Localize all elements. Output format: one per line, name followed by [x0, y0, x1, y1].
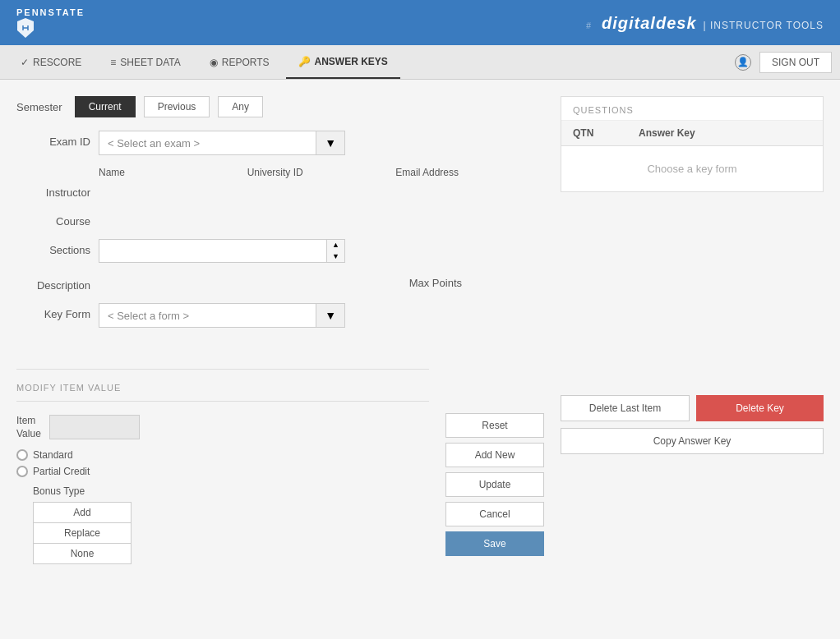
col-university-header: University ID [247, 167, 396, 178]
brand-name: #digitaldesk| INSTRUCTOR TOOLS [579, 12, 824, 34]
partial-credit-radio-option[interactable]: Partial Credit [16, 466, 429, 477]
questions-table-header: QTN Answer Key [561, 121, 823, 146]
reset-button[interactable]: Reset [445, 413, 544, 438]
questions-panel: QUESTIONS QTN Answer Key Choose a key fo… [561, 96, 824, 192]
sections-label: Sections [16, 239, 90, 256]
radio-group: Standard Partial Credit [16, 449, 429, 477]
exam-dropdown-chevron[interactable]: ▼ [316, 131, 344, 154]
semester-current-button[interactable]: Current [75, 96, 136, 117]
exam-id-label: Exam ID [16, 131, 90, 148]
nav-tab-reports[interactable]: ◉ REPORTS [197, 45, 282, 79]
sections-input[interactable] [99, 240, 326, 262]
sections-content: ▲ ▼ [99, 239, 544, 263]
sections-row: Sections ▲ ▼ [16, 239, 544, 263]
questions-body: Choose a key form [561, 146, 823, 191]
max-points-label: Max Points [409, 277, 462, 289]
sign-out-button[interactable]: SIGN OUT [759, 52, 832, 73]
exam-id-row: Exam ID < Select an exam > ▼ [16, 131, 544, 155]
exam-dropdown-text: < Select an exam > [99, 132, 316, 154]
key-icon: 🔑 [298, 56, 311, 67]
divider-modify [16, 401, 429, 402]
semester-label: Semester [16, 101, 62, 113]
key-form-label: Key Form [16, 303, 90, 320]
penn-state-text: PENNSTATE [16, 7, 85, 17]
exam-dropdown[interactable]: < Select an exam > ▼ [99, 131, 345, 155]
exam-id-content: < Select an exam > ▼ [99, 131, 544, 155]
item-value-labels: Item Value [16, 415, 41, 439]
bonus-buttons: Add Replace None [33, 502, 132, 564]
nav-tabs: ✓ RESCORE ≡ SHEET DATA ◉ REPORTS 🔑 ANSWE… [8, 45, 400, 79]
save-button[interactable]: Save [445, 531, 544, 556]
key-form-placeholder: < Select a form > [99, 305, 316, 327]
semester-row: Semester Current Previous Any [16, 96, 544, 117]
lower-right: Delete Last Item Delete Key Copy Answer … [561, 356, 824, 564]
choose-key-text: Choose a key form [647, 163, 736, 175]
nav-tab-rescore[interactable]: ✓ RESCORE [8, 45, 94, 79]
standard-radio-label: Standard [33, 449, 73, 461]
value-label: Value [16, 428, 41, 439]
bonus-type-label: Bonus Type [33, 485, 429, 497]
sheet-data-icon: ≡ [110, 57, 116, 68]
semester-any-button[interactable]: Any [218, 96, 263, 117]
answer-key-column-header: Answer Key [639, 127, 811, 139]
course-label: Course [16, 210, 90, 228]
partial-credit-radio-label: Partial Credit [33, 466, 90, 477]
copy-answer-key-button[interactable]: Copy Answer Key [561, 428, 824, 454]
main-content: Semester Current Previous Any Exam ID < … [0, 80, 840, 356]
lower-left: MODIFY ITEM VALUE Item Value Standard Pa… [16, 356, 429, 564]
top-header: PENNSTATE #digitaldesk| INSTRUCTOR TOOLS [0, 0, 840, 45]
bonus-add-button[interactable]: Add [33, 502, 132, 523]
description-label: Description [16, 274, 90, 292]
add-new-button[interactable]: Add New [445, 443, 544, 467]
delete-key-button[interactable]: Delete Key [696, 395, 824, 421]
cancel-button[interactable]: Cancel [445, 502, 544, 526]
spinner-up-button[interactable]: ▲ [327, 240, 344, 251]
standard-radio-option[interactable]: Standard [16, 449, 429, 461]
left-panel: Semester Current Previous Any Exam ID < … [16, 96, 544, 339]
partial-credit-radio-circle [16, 466, 28, 477]
right-panel: QUESTIONS QTN Answer Key Choose a key fo… [561, 96, 824, 339]
logo-area: PENNSTATE [16, 7, 85, 39]
questions-title: QUESTIONS [561, 97, 823, 121]
lower-center: Reset Add New Update Cancel Save [445, 356, 544, 564]
nav-tab-sheet-data[interactable]: ≡ SHEET DATA [98, 45, 192, 79]
instructor-label: Instructor [16, 182, 90, 199]
key-form-dropdown[interactable]: < Select a form > ▼ [99, 303, 345, 328]
copy-answer-key-row: Copy Answer Key [561, 428, 824, 454]
item-value-input[interactable] [49, 415, 140, 439]
key-form-row: Key Form < Select a form > ▼ [16, 303, 544, 328]
instructor-row: Instructor [16, 182, 544, 199]
key-form-chevron[interactable]: ▼ [316, 304, 344, 327]
qtn-column-header: QTN [573, 127, 639, 139]
delete-buttons-row: Delete Last Item Delete Key [561, 395, 824, 421]
key-form-content: < Select a form > ▼ [99, 303, 544, 328]
spinner-btns: ▲ ▼ [326, 240, 344, 262]
rescore-icon: ✓ [21, 57, 29, 68]
standard-radio-circle [16, 449, 28, 461]
instructor-headers: Name University ID Email Address [16, 167, 544, 178]
col-email-header: Email Address [395, 167, 544, 178]
shield-icon [16, 17, 35, 39]
nav-right: 👤 SIGN OUT [735, 52, 832, 73]
spinner-down-button[interactable]: ▼ [327, 251, 344, 263]
course-row: Course [16, 210, 544, 228]
user-icon: 👤 [735, 54, 751, 71]
bonus-none-button[interactable]: None [33, 544, 132, 564]
item-value-row: Item Value [16, 415, 429, 439]
desc-maxpts-row: Description Max Points [16, 274, 544, 292]
divider-top [16, 369, 429, 370]
nav-tab-answer-keys[interactable]: 🔑 ANSWER KEYS [286, 45, 400, 79]
update-button[interactable]: Update [445, 472, 544, 497]
col-name-header: Name [99, 167, 247, 178]
delete-last-item-button[interactable]: Delete Last Item [561, 395, 690, 421]
lower-section: MODIFY ITEM VALUE Item Value Standard Pa… [0, 356, 840, 581]
nav-bar: ✓ RESCORE ≡ SHEET DATA ◉ REPORTS 🔑 ANSWE… [0, 45, 840, 80]
sections-input-wrap[interactable]: ▲ ▼ [99, 239, 345, 263]
item-label: Item [16, 415, 41, 426]
center-buttons: Reset Add New Update Cancel Save [445, 413, 544, 556]
modify-section-title: MODIFY ITEM VALUE [16, 383, 429, 393]
bonus-replace-button[interactable]: Replace [33, 523, 132, 544]
reports-icon: ◉ [210, 57, 218, 68]
semester-previous-button[interactable]: Previous [144, 96, 210, 117]
